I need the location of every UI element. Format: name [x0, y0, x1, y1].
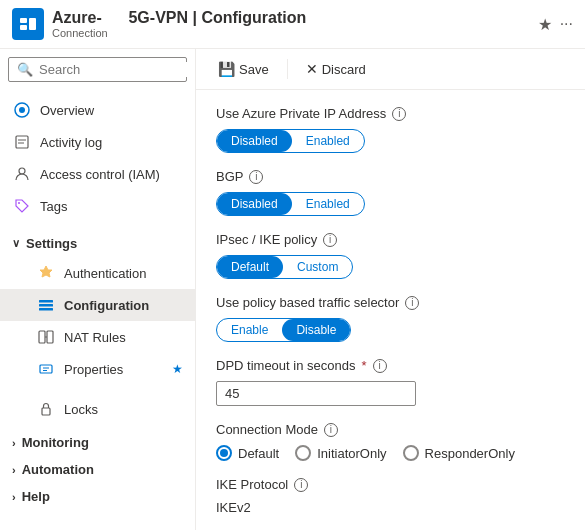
- sidebar-item-activity-log[interactable]: Activity log: [0, 126, 195, 158]
- ike-protocol-value: IKEv2: [216, 500, 565, 515]
- connection-mode-responder-radio-circle: [403, 445, 419, 461]
- help-chevron-icon: ›: [12, 491, 16, 503]
- connection-mode-row: Connection Mode i Default InitiatorOnly …: [216, 422, 565, 461]
- page-subtitle: Connection: [52, 27, 526, 39]
- help-group-label: Help: [22, 489, 50, 504]
- azure-private-ip-info-icon[interactable]: i: [392, 107, 406, 121]
- ike-protocol-info-icon[interactable]: i: [294, 478, 308, 492]
- svg-rect-0: [20, 18, 27, 23]
- properties-icon: [36, 359, 56, 379]
- ipsec-ike-toggle: Default Custom: [216, 255, 353, 279]
- search-icon: 🔍: [17, 62, 33, 77]
- monitoring-group-header[interactable]: › Monitoring: [0, 429, 195, 456]
- sidebar-label-tags: Tags: [40, 199, 67, 214]
- azure-private-ip-toggle: Disabled Enabled: [216, 129, 365, 153]
- dpd-required-marker: *: [361, 358, 366, 373]
- save-label: Save: [239, 62, 269, 77]
- settings-group-label: Settings: [26, 236, 77, 251]
- configuration-icon: [36, 295, 56, 315]
- azure-private-ip-disabled-button[interactable]: Disabled: [217, 130, 292, 152]
- sidebar-item-overview[interactable]: Overview: [0, 94, 195, 126]
- bgp-label: BGP i: [216, 169, 565, 184]
- activity-log-icon: [12, 132, 32, 152]
- sidebar-item-properties[interactable]: Properties ★: [0, 353, 195, 385]
- title-part1: Azure-: [52, 9, 102, 26]
- sidebar-item-configuration[interactable]: Configuration: [0, 289, 195, 321]
- svg-rect-5: [16, 136, 28, 148]
- connection-mode-responder-radio[interactable]: ResponderOnly: [403, 445, 515, 461]
- automation-group-header[interactable]: › Automation: [0, 456, 195, 483]
- monitoring-group-label: Monitoring: [22, 435, 89, 450]
- page-header: Azure- 5G-VPN | Configuration Connection…: [0, 0, 585, 49]
- nat-rules-icon: [36, 327, 56, 347]
- azure-private-ip-row: Use Azure Private IP Address i Disabled …: [216, 106, 565, 153]
- connection-mode-default-radio-circle: [216, 445, 232, 461]
- svg-rect-10: [39, 300, 53, 303]
- sidebar-label-locks: Locks: [64, 402, 98, 417]
- settings-group-header[interactable]: ∨ Settings: [0, 230, 195, 257]
- connection-mode-initiator-radio-circle: [295, 445, 311, 461]
- favorite-icon[interactable]: ★: [538, 15, 552, 34]
- overview-icon: [12, 100, 32, 120]
- sidebar-item-nat-rules[interactable]: NAT Rules: [0, 321, 195, 353]
- header-actions: ★ ···: [538, 15, 573, 34]
- main-layout: 🔍 ⊙ « Overview Activity log: [0, 49, 585, 530]
- policy-traffic-enable-button[interactable]: Enable: [217, 319, 282, 341]
- ipsec-ike-default-button[interactable]: Default: [217, 256, 283, 278]
- properties-star-icon: ★: [172, 362, 183, 376]
- policy-traffic-info-icon[interactable]: i: [405, 296, 419, 310]
- nav-section-settings: ∨ Settings Authentication Configuration: [0, 226, 195, 389]
- sidebar-label-nat-rules: NAT Rules: [64, 330, 126, 345]
- search-input[interactable]: [39, 62, 196, 77]
- bgp-toggle: Disabled Enabled: [216, 192, 365, 216]
- sidebar-item-authentication[interactable]: Authentication: [0, 257, 195, 289]
- svg-rect-1: [20, 25, 27, 30]
- search-bar: 🔍 ⊙ «: [8, 57, 187, 82]
- sidebar-item-access-control[interactable]: Access control (IAM): [0, 158, 195, 190]
- policy-traffic-toggle: Enable Disable: [216, 318, 351, 342]
- discard-button[interactable]: ✕ Discard: [300, 57, 372, 81]
- connection-mode-initiator-radio[interactable]: InitiatorOnly: [295, 445, 386, 461]
- sidebar-item-locks[interactable]: Locks: [0, 393, 195, 425]
- svg-rect-2: [29, 18, 36, 30]
- svg-rect-11: [39, 304, 53, 307]
- dpd-timeout-info-icon[interactable]: i: [373, 359, 387, 373]
- nav-section-locks: Locks: [0, 389, 195, 429]
- discard-label: Discard: [322, 62, 366, 77]
- dpd-timeout-input[interactable]: [216, 381, 416, 406]
- connection-mode-default-radio[interactable]: Default: [216, 445, 279, 461]
- bgp-disabled-button[interactable]: Disabled: [217, 193, 292, 215]
- sidebar-item-tags[interactable]: Tags: [0, 190, 195, 222]
- bgp-info-icon[interactable]: i: [249, 170, 263, 184]
- automation-group-label: Automation: [22, 462, 94, 477]
- connection-mode-label: Connection Mode i: [216, 422, 565, 437]
- sidebar-label-authentication: Authentication: [64, 266, 146, 281]
- locks-icon: [36, 399, 56, 419]
- ike-protocol-label: IKE Protocol i: [216, 477, 565, 492]
- ipsec-ike-info-icon[interactable]: i: [323, 233, 337, 247]
- policy-traffic-disable-button[interactable]: Disable: [282, 319, 350, 341]
- policy-traffic-row: Use policy based traffic selector i Enab…: [216, 295, 565, 342]
- sidebar-label-configuration: Configuration: [64, 298, 149, 313]
- azure-private-ip-enabled-button[interactable]: Enabled: [292, 130, 364, 152]
- save-button[interactable]: 💾 Save: [212, 57, 275, 81]
- nav-section-main: Overview Activity log Access control (IA…: [0, 90, 195, 226]
- more-options-icon[interactable]: ···: [560, 15, 573, 33]
- bgp-row: BGP i Disabled Enabled: [216, 169, 565, 216]
- connection-mode-info-icon[interactable]: i: [324, 423, 338, 437]
- svg-point-9: [18, 202, 20, 204]
- sidebar-label-overview: Overview: [40, 103, 94, 118]
- ipsec-ike-label: IPsec / IKE policy i: [216, 232, 565, 247]
- toolbar-separator: [287, 59, 288, 79]
- authentication-icon: [36, 263, 56, 283]
- bgp-enabled-button[interactable]: Enabled: [292, 193, 364, 215]
- settings-chevron-icon: ∨: [12, 237, 20, 250]
- sidebar: 🔍 ⊙ « Overview Activity log: [0, 49, 196, 530]
- svg-rect-19: [42, 408, 50, 415]
- ipsec-ike-custom-button[interactable]: Custom: [283, 256, 352, 278]
- help-group-header[interactable]: › Help: [0, 483, 195, 510]
- dpd-timeout-label: DPD timeout in seconds * i: [216, 358, 565, 373]
- config-content: Use Azure Private IP Address i Disabled …: [196, 90, 585, 530]
- ipsec-ike-row: IPsec / IKE policy i Default Custom: [216, 232, 565, 279]
- dpd-timeout-row: DPD timeout in seconds * i: [216, 358, 565, 406]
